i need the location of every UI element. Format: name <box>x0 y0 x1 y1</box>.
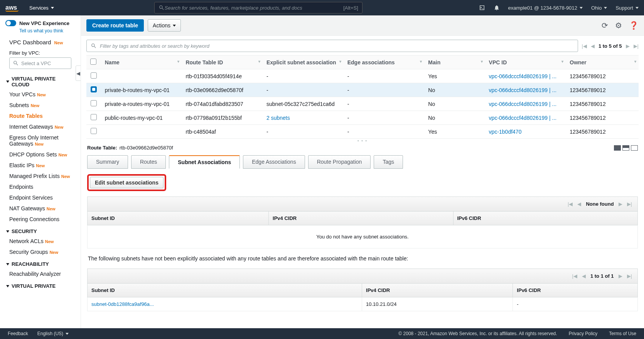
vpc-link[interactable]: vpc-066dcccf4d8026199 | ... <box>489 73 557 79</box>
sidebar-heading[interactable]: VIRTUAL PRIVATE <box>0 279 81 290</box>
tab[interactable]: Edge Associations <box>243 155 305 169</box>
vpc-filter-input[interactable]: Select a VPC <box>9 57 71 69</box>
sidebar-heading[interactable]: SECURITY <box>0 225 81 236</box>
table-row[interactable]: private-a-routes-my-vpc-01rtb-074a01dfab… <box>86 97 639 111</box>
tab[interactable]: Route Propagation <box>308 155 371 169</box>
table-row[interactable]: public-routes-my-vpc-01rtb-07798a091f2b1… <box>86 111 639 125</box>
sidebar-item[interactable]: Elastic IPsNew <box>0 160 81 171</box>
column-header[interactable]: Main▾ <box>424 55 485 69</box>
page-prev-icon[interactable]: ◀ <box>591 43 595 49</box>
new-experience-toggle[interactable]: New VPC Experience <box>5 20 69 26</box>
sidebar-heading[interactable]: REACHABILITY <box>0 257 81 269</box>
column-header[interactable]: Name▾ <box>101 55 182 69</box>
sidebar-item[interactable]: Egress Only Internet GatewaysNew <box>0 132 81 149</box>
table-row[interactable]: rtb-01f30354d05f4914e--Yesvpc-066dcccf4d… <box>86 69 639 83</box>
vpc-link[interactable]: vpc-066dcccf4d8026199 | ... <box>489 115 557 121</box>
page-next-icon[interactable]: ▶ <box>619 201 622 207</box>
sidebar-item[interactable]: Your VPCsNew <box>0 89 81 100</box>
feedback-link[interactable]: Feedback <box>8 331 28 336</box>
page-first-icon[interactable]: |◀ <box>572 273 577 279</box>
row-checkbox[interactable] <box>91 86 97 92</box>
sidebar-item[interactable]: Network ACLsNew <box>0 236 81 247</box>
actions-dropdown[interactable]: Actions <box>148 19 181 32</box>
create-route-table-button[interactable]: Create route table <box>86 19 144 32</box>
new-badge: New <box>54 40 63 45</box>
sidebar-item[interactable]: Managed Prefix ListsNew <box>0 171 81 181</box>
layout-full-icon[interactable] <box>614 145 621 151</box>
page-first-icon[interactable]: |◀ <box>582 43 587 49</box>
cloudshell-icon[interactable] <box>479 5 485 11</box>
aws-logo[interactable]: aws <box>5 4 19 12</box>
sidebar-item-dashboard[interactable]: VPC Dashboard New <box>0 37 81 48</box>
settings-icon[interactable]: ⚙ <box>615 21 622 30</box>
sidebar-item[interactable]: SubnetsNew <box>0 100 81 111</box>
notifications-icon[interactable] <box>494 5 500 11</box>
row-checkbox[interactable] <box>91 128 97 134</box>
row-checkbox[interactable] <box>91 114 97 120</box>
privacy-link[interactable]: Privacy Policy <box>569 331 598 336</box>
sidebar-item[interactable]: Internet GatewaysNew <box>0 121 81 132</box>
page-prev-icon[interactable]: ◀ <box>577 201 581 207</box>
table-row[interactable]: private-b-routes-my-vpc-01rtb-03e09662d9… <box>86 83 639 97</box>
table-row[interactable]: subnet-0db1288fca9af96a...10.10.21.0/24- <box>88 297 638 311</box>
support-menu[interactable]: Support <box>615 5 639 11</box>
sidebar-heading[interactable]: VIRTUAL PRIVATE CLOUD <box>0 72 81 89</box>
table-filter-input[interactable]: Filter by tags and attributes or search … <box>86 40 578 52</box>
sidebar-item-label: Endpoints <box>9 184 33 190</box>
page-last-icon[interactable]: ▶| <box>627 273 632 279</box>
row-checkbox[interactable] <box>91 100 97 106</box>
vpc-link[interactable]: vpc-1b0df470 <box>489 129 522 135</box>
sidebar-collapse-handle[interactable]: ◀ <box>76 65 81 81</box>
subnet-link[interactable]: subnet-0db1288fca9af96a... <box>91 301 154 307</box>
page-last-icon[interactable]: ▶| <box>634 43 639 49</box>
sidebar-item[interactable]: Peering Connections <box>0 214 81 225</box>
global-search[interactable]: Search for services, features, marketpla… <box>154 2 362 13</box>
sidebar-item[interactable]: Reachability Analyzer <box>0 269 81 279</box>
region-label: Ohio <box>591 5 602 11</box>
language-selector[interactable]: English (US) <box>37 331 69 336</box>
services-menu[interactable]: Services <box>29 5 54 11</box>
region-menu[interactable]: Ohio <box>591 5 607 11</box>
sidebar-item[interactable]: NAT GatewaysNew <box>0 203 81 214</box>
vpc-link[interactable]: vpc-066dcccf4d8026199 | ... <box>489 101 557 107</box>
sidebar-item[interactable]: Endpoints <box>0 181 81 192</box>
layout-bottom-icon[interactable] <box>631 145 638 151</box>
account-menu[interactable]: example01 @ 1234-5678-9012 <box>508 5 583 11</box>
terms-link[interactable]: Terms of Use <box>609 331 636 336</box>
tab[interactable]: Routes <box>131 155 166 169</box>
column-header: IPv6 CIDR <box>513 284 638 297</box>
help-icon[interactable]: ❓ <box>629 21 639 30</box>
row-checkbox[interactable] <box>91 72 97 79</box>
column-header[interactable]: VPC ID▾ <box>485 55 566 69</box>
sidebar-item[interactable]: Route Tables <box>0 111 81 121</box>
layout-split-icon[interactable] <box>622 145 629 151</box>
refresh-icon[interactable]: ⟳ <box>602 21 608 30</box>
table-row[interactable]: rtb-c48504af--Yesvpc-1b0df47012345678901… <box>86 125 639 139</box>
cell-name <box>101 69 182 83</box>
detail-title-label: Route Table: <box>87 145 117 151</box>
column-header[interactable]: Route Table ID▾ <box>182 55 263 69</box>
sidebar-item-label: Subnets <box>9 102 29 108</box>
tab[interactable]: Tags <box>374 155 403 169</box>
sidebar-heading-label: VIRTUAL PRIVATE <box>12 283 56 289</box>
select-all-checkbox[interactable] <box>86 55 101 69</box>
page-first-icon[interactable]: |◀ <box>568 201 573 207</box>
feedback-link[interactable]: Tell us what you think <box>19 28 75 34</box>
column-header[interactable]: Owner▾ <box>566 55 639 69</box>
tab[interactable]: Summary <box>87 155 128 169</box>
toggle-switch-icon <box>5 20 16 26</box>
tab[interactable]: Subnet Associations <box>169 155 240 169</box>
column-header[interactable]: Edge associations▾ <box>344 55 425 69</box>
page-next-icon[interactable]: ▶ <box>619 273 622 279</box>
column-header[interactable]: Explicit subnet association▾ <box>263 55 344 69</box>
subnet-link[interactable]: 2 subnets <box>266 115 290 121</box>
edit-subnet-associations-button[interactable]: Edit subnet associations <box>90 177 164 188</box>
page-next-icon[interactable]: ▶ <box>626 43 630 49</box>
vpc-link[interactable]: vpc-066dcccf4d8026199 | ... <box>489 87 557 93</box>
sidebar-item[interactable]: Security GroupsNew <box>0 247 81 257</box>
split-handle[interactable]: • • • <box>81 139 644 143</box>
page-last-icon[interactable]: ▶| <box>627 201 632 207</box>
page-prev-icon[interactable]: ◀ <box>582 273 586 279</box>
sidebar-item[interactable]: Endpoint Services <box>0 192 81 203</box>
sidebar-item[interactable]: DHCP Options SetsNew <box>0 149 81 160</box>
